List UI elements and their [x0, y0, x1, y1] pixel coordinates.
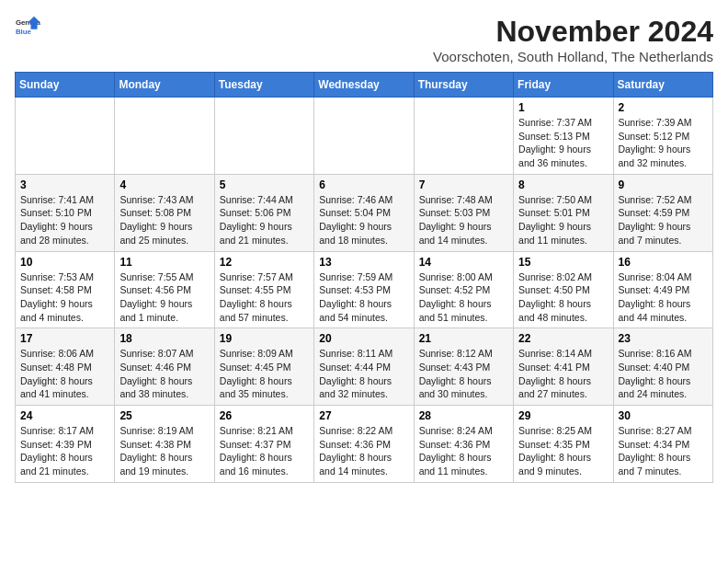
- day-number: 29: [518, 409, 608, 422]
- calendar-cell: 22Sunrise: 8:14 AM Sunset: 4:41 PM Dayli…: [514, 328, 613, 406]
- calendar-cell: 25Sunrise: 8:19 AM Sunset: 4:38 PM Dayli…: [115, 406, 214, 483]
- calendar-cell: [414, 98, 513, 175]
- day-info: Sunrise: 8:16 AM Sunset: 4:40 PM Dayligh…: [619, 347, 708, 401]
- calendar-cell: 2Sunrise: 7:39 AM Sunset: 5:12 PM Daylig…: [613, 98, 712, 175]
- calendar-cell: 23Sunrise: 8:16 AM Sunset: 4:40 PM Dayli…: [613, 328, 712, 406]
- day-number: 9: [619, 178, 708, 191]
- day-info: Sunrise: 8:17 AM Sunset: 4:39 PM Dayligh…: [20, 424, 109, 478]
- calendar-cell: 9Sunrise: 7:52 AM Sunset: 4:59 PM Daylig…: [613, 174, 712, 251]
- day-info: Sunrise: 8:09 AM Sunset: 4:45 PM Dayligh…: [220, 347, 309, 401]
- calendar-cell: 8Sunrise: 7:50 AM Sunset: 5:01 PM Daylig…: [514, 174, 613, 251]
- day-number: 12: [220, 256, 309, 269]
- day-info: Sunrise: 8:21 AM Sunset: 4:37 PM Dayligh…: [220, 424, 309, 478]
- day-info: Sunrise: 7:59 AM Sunset: 4:53 PM Dayligh…: [319, 270, 408, 325]
- day-info: Sunrise: 8:00 AM Sunset: 4:52 PM Dayligh…: [419, 270, 508, 325]
- page-header: General Blue November 2024 Voorschoten, …: [15, 15, 713, 64]
- day-number: 14: [419, 256, 508, 269]
- day-info: Sunrise: 8:07 AM Sunset: 4:46 PM Dayligh…: [119, 347, 209, 401]
- calendar-day-header: Sunday: [16, 73, 115, 98]
- calendar-cell: [115, 98, 214, 175]
- day-info: Sunrise: 7:53 AM Sunset: 4:58 PM Dayligh…: [20, 270, 109, 325]
- calendar-week-row: 3Sunrise: 7:41 AM Sunset: 5:10 PM Daylig…: [16, 174, 713, 251]
- calendar-week-row: 24Sunrise: 8:17 AM Sunset: 4:39 PM Dayli…: [16, 406, 713, 483]
- calendar-cell: 16Sunrise: 8:04 AM Sunset: 4:49 PM Dayli…: [613, 251, 712, 328]
- day-number: 1: [518, 101, 608, 114]
- title-section: November 2024 Voorschoten, South Holland…: [433, 15, 713, 64]
- day-info: Sunrise: 7:43 AM Sunset: 5:08 PM Dayligh…: [119, 193, 209, 247]
- calendar-week-row: 17Sunrise: 8:06 AM Sunset: 4:48 PM Dayli…: [16, 328, 713, 406]
- day-info: Sunrise: 8:02 AM Sunset: 4:50 PM Dayligh…: [518, 270, 608, 325]
- calendar-cell: [214, 98, 313, 175]
- calendar-cell: 17Sunrise: 8:06 AM Sunset: 4:48 PM Dayli…: [16, 328, 115, 406]
- day-number: 20: [319, 332, 408, 345]
- calendar-cell: 4Sunrise: 7:43 AM Sunset: 5:08 PM Daylig…: [115, 174, 214, 251]
- day-info: Sunrise: 7:55 AM Sunset: 4:56 PM Dayligh…: [119, 270, 209, 325]
- day-number: 13: [319, 256, 408, 269]
- calendar-cell: 13Sunrise: 7:59 AM Sunset: 4:53 PM Dayli…: [314, 251, 414, 328]
- logo-icon: General Blue: [15, 15, 40, 40]
- calendar-cell: 3Sunrise: 7:41 AM Sunset: 5:10 PM Daylig…: [16, 174, 115, 251]
- day-number: 24: [20, 409, 109, 422]
- day-number: 7: [419, 178, 508, 191]
- calendar-cell: 5Sunrise: 7:44 AM Sunset: 5:06 PM Daylig…: [214, 174, 313, 251]
- day-info: Sunrise: 7:50 AM Sunset: 5:01 PM Dayligh…: [518, 193, 608, 247]
- day-info: Sunrise: 7:44 AM Sunset: 5:06 PM Dayligh…: [220, 193, 309, 247]
- calendar-cell: 12Sunrise: 7:57 AM Sunset: 4:55 PM Dayli…: [214, 251, 313, 328]
- day-info: Sunrise: 7:37 AM Sunset: 5:13 PM Dayligh…: [518, 116, 608, 170]
- day-number: 10: [20, 256, 109, 269]
- day-number: 19: [220, 332, 309, 345]
- day-number: 28: [419, 409, 508, 422]
- day-info: Sunrise: 8:27 AM Sunset: 4:34 PM Dayligh…: [619, 424, 708, 478]
- calendar-cell: [16, 98, 115, 175]
- day-number: 8: [518, 178, 608, 191]
- day-number: 6: [319, 178, 408, 191]
- day-info: Sunrise: 8:11 AM Sunset: 4:44 PM Dayligh…: [319, 347, 408, 401]
- day-number: 17: [20, 332, 109, 345]
- day-number: 15: [518, 256, 608, 269]
- logo: General Blue: [15, 15, 40, 40]
- calendar-day-header: Wednesday: [314, 73, 414, 98]
- calendar-day-header: Saturday: [613, 73, 712, 98]
- day-number: 27: [319, 409, 408, 422]
- day-info: Sunrise: 7:48 AM Sunset: 5:03 PM Dayligh…: [419, 193, 508, 247]
- day-info: Sunrise: 7:41 AM Sunset: 5:10 PM Dayligh…: [20, 193, 109, 247]
- day-number: 3: [20, 178, 109, 191]
- calendar-cell: 20Sunrise: 8:11 AM Sunset: 4:44 PM Dayli…: [314, 328, 414, 406]
- day-number: 4: [119, 178, 209, 191]
- calendar-day-header: Thursday: [414, 73, 513, 98]
- svg-text:Blue: Blue: [16, 28, 32, 36]
- calendar-week-row: 10Sunrise: 7:53 AM Sunset: 4:58 PM Dayli…: [16, 251, 713, 328]
- day-number: 21: [419, 332, 508, 345]
- day-number: 11: [119, 256, 209, 269]
- calendar-day-header: Monday: [115, 73, 214, 98]
- day-number: 16: [619, 256, 708, 269]
- day-info: Sunrise: 8:22 AM Sunset: 4:36 PM Dayligh…: [319, 424, 408, 478]
- day-info: Sunrise: 8:25 AM Sunset: 4:35 PM Dayligh…: [518, 424, 608, 478]
- day-number: 25: [119, 409, 209, 422]
- calendar-cell: 26Sunrise: 8:21 AM Sunset: 4:37 PM Dayli…: [214, 406, 313, 483]
- calendar-cell: 15Sunrise: 8:02 AM Sunset: 4:50 PM Dayli…: [514, 251, 613, 328]
- day-number: 26: [220, 409, 309, 422]
- calendar-week-row: 1Sunrise: 7:37 AM Sunset: 5:13 PM Daylig…: [16, 98, 713, 175]
- calendar-cell: 21Sunrise: 8:12 AM Sunset: 4:43 PM Dayli…: [414, 328, 513, 406]
- day-info: Sunrise: 8:19 AM Sunset: 4:38 PM Dayligh…: [119, 424, 209, 478]
- calendar-header: SundayMondayTuesdayWednesdayThursdayFrid…: [16, 73, 713, 98]
- calendar-cell: 11Sunrise: 7:55 AM Sunset: 4:56 PM Dayli…: [115, 251, 214, 328]
- calendar-day-header: Friday: [514, 73, 613, 98]
- calendar-cell: 24Sunrise: 8:17 AM Sunset: 4:39 PM Dayli…: [16, 406, 115, 483]
- calendar-cell: 6Sunrise: 7:46 AM Sunset: 5:04 PM Daylig…: [314, 174, 414, 251]
- calendar-cell: 28Sunrise: 8:24 AM Sunset: 4:36 PM Dayli…: [414, 406, 513, 483]
- day-info: Sunrise: 8:04 AM Sunset: 4:49 PM Dayligh…: [619, 270, 708, 325]
- day-info: Sunrise: 7:57 AM Sunset: 4:55 PM Dayligh…: [220, 270, 309, 325]
- calendar-cell: 1Sunrise: 7:37 AM Sunset: 5:13 PM Daylig…: [514, 98, 613, 175]
- location: Voorschoten, South Holland, The Netherla…: [433, 49, 713, 64]
- calendar-cell: 7Sunrise: 7:48 AM Sunset: 5:03 PM Daylig…: [414, 174, 513, 251]
- calendar-cell: 14Sunrise: 8:00 AM Sunset: 4:52 PM Dayli…: [414, 251, 513, 328]
- day-number: 5: [220, 178, 309, 191]
- calendar-cell: 19Sunrise: 8:09 AM Sunset: 4:45 PM Dayli…: [214, 328, 313, 406]
- calendar-cell: 29Sunrise: 8:25 AM Sunset: 4:35 PM Dayli…: [514, 406, 613, 483]
- day-info: Sunrise: 8:12 AM Sunset: 4:43 PM Dayligh…: [419, 347, 508, 401]
- day-info: Sunrise: 7:39 AM Sunset: 5:12 PM Dayligh…: [619, 116, 708, 170]
- day-number: 30: [619, 409, 708, 422]
- day-number: 2: [619, 101, 708, 114]
